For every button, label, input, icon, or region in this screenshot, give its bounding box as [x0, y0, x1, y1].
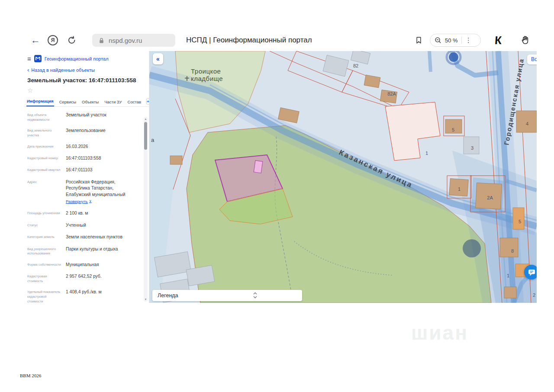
tab-services[interactable]: Сервисы — [59, 97, 77, 106]
hand-extension-icon[interactable] — [520, 35, 530, 45]
field-assignment-date: Дата присвоения 16.03.2026 — [27, 144, 139, 150]
login-button[interactable]: Войти — [527, 55, 537, 64]
house-number: 4 — [526, 121, 528, 126]
cemetery-label: Троицкое кладбище — [185, 67, 223, 82]
scroll-down-icon[interactable]: ▼ — [144, 298, 148, 301]
field-land-category: Категория земель Земли населенных пункто… — [27, 234, 139, 240]
cadastral-map[interactable]: Троицкое кладбище Казанская улица Городи… — [149, 51, 537, 303]
scroll-up-icon[interactable]: ▲ — [144, 118, 148, 120]
chevron-down-icon: ∨ — [89, 199, 92, 204]
house-number: 1 — [507, 273, 509, 278]
house-number: 8 — [511, 248, 514, 254]
refresh-icon[interactable] — [67, 35, 77, 45]
scrollbar-thumb[interactable] — [144, 122, 147, 150]
panel-tabs: Информация Сервисы Объекты Части ЗУ Сост… — [24, 96, 149, 107]
map-viewport[interactable]: Троицкое кладбище Казанская улица Городи… — [149, 51, 537, 303]
utility-node — [449, 52, 458, 62]
browser-back-button[interactable]: ← — [31, 35, 40, 46]
faint-watermark: шиан — [411, 321, 468, 344]
yandex-browser-icon[interactable]: Я — [48, 35, 58, 45]
legend-bar[interactable]: Легенда — [152, 290, 302, 301]
house-number: 5 — [519, 219, 521, 224]
field-permitted-use: Вид разрешенного использования Парки кул… — [27, 246, 139, 256]
bbm-watermark: BBM 2026 — [20, 373, 41, 378]
field-specific-value: Удельный показатель кадастровой стоимост… — [27, 289, 139, 303]
browser-tab-title: НСПД | Геоинформационный портал — [186, 36, 312, 45]
object-info-panel: ≡ Геоинформационный портал ‹ Назад в най… — [24, 51, 149, 303]
tab-information[interactable]: Информация — [26, 96, 54, 106]
object-title: Земельный участок: 16:47:011103:558 — [24, 75, 149, 84]
chevron-left-icon: ‹ — [27, 67, 29, 73]
house-number: 82А — [387, 91, 396, 96]
field-address: Адрес Российская Федерация, Республика Т… — [27, 179, 139, 205]
street-label-partial: а — [151, 137, 155, 143]
svg-text:Троицкое: Троицкое — [191, 67, 221, 75]
chat-fab-button[interactable] — [524, 265, 537, 280]
legend-label: Легенда — [158, 292, 178, 299]
panel-header: ≡ Геоинформационный портал — [24, 51, 149, 64]
browser-menu-icon[interactable]: ⋮ — [465, 36, 472, 44]
geoportal-window: ≡ Геоинформационный портал ‹ Назад в най… — [24, 51, 537, 303]
tab-objects[interactable]: Объекты — [81, 97, 99, 106]
back-to-results-link[interactable]: ‹ Назад в найденные объекты — [24, 64, 149, 75]
lock-icon — [98, 37, 105, 44]
attribute-list: Вид объекта недвижимости Земельный участ… — [24, 107, 149, 303]
kontur-extension-icon[interactable]: К — [494, 34, 502, 47]
house-number: 5 — [452, 127, 454, 132]
hamburger-menu-icon[interactable]: ≡ — [27, 55, 31, 62]
house-number: 2 — [533, 292, 535, 298]
bookmark-icon[interactable] — [415, 36, 423, 45]
field-area: Площадь уточненная 2 100 кв. м — [27, 210, 139, 216]
browser-toolbar: ← Я nspd.gov.ru НСПД | Геоинформационный… — [24, 31, 537, 49]
zoom-icon — [435, 37, 441, 44]
zoom-level: 50 % — [445, 37, 458, 44]
panel-scrollbar[interactable]: ▲ ▼ — [144, 117, 148, 302]
house-number: 2А — [487, 195, 493, 200]
expand-address-link[interactable]: Развернуть ∨ — [66, 199, 92, 204]
field-ownership-form: Форма собственности Муниципальная — [27, 262, 139, 268]
house-number: 1 — [425, 151, 428, 156]
field-cadastral-value: Кадастровая стоимость 2 957 642,52 руб. — [27, 273, 139, 283]
utility-zone-circle — [463, 239, 481, 257]
svg-text:кладбище: кладбище — [191, 75, 223, 82]
field-status: Статус Учтенный — [27, 222, 139, 228]
legend-toggle-icon[interactable] — [253, 291, 258, 299]
house-number: 3 — [471, 145, 473, 151]
parcel-building — [254, 161, 263, 173]
road-stub — [429, 51, 431, 72]
zoom-control[interactable]: 50 % ⋮ — [430, 34, 481, 47]
divider — [461, 37, 462, 44]
house-number: 82 — [353, 63, 358, 68]
address-bar[interactable]: nspd.gov.ru — [92, 34, 175, 47]
portal-title[interactable]: Геоинформационный портал — [45, 56, 109, 61]
field-cadastral-quarter: Кадастровый квартал 16:47:011103 — [27, 167, 139, 173]
field-parcel-type: Вид земельного участка Землепользование — [27, 128, 139, 138]
chat-icon — [528, 268, 536, 276]
field-cadastral-number: Кадастровый номер 16:47:011103:558 — [27, 155, 139, 161]
field-object-type: Вид объекта недвижимости Земельный участ… — [27, 112, 139, 122]
tab-parcel-parts[interactable]: Части ЗУ — [104, 97, 122, 106]
tab-composition[interactable]: Состав — [127, 97, 142, 106]
favorite-star-icon[interactable]: ☆ — [24, 84, 149, 96]
url-text: nspd.gov.ru — [109, 37, 142, 44]
house-number: 1 — [458, 186, 461, 192]
nspd-logo — [34, 55, 42, 62]
collapse-panel-button[interactable]: « — [153, 53, 163, 64]
